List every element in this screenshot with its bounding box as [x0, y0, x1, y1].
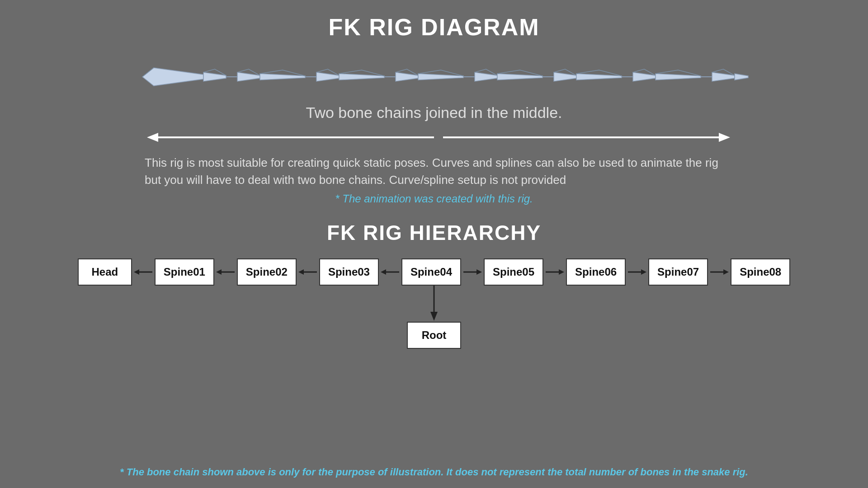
bone-caption: Two bone chains joined in the middle. [0, 104, 868, 122]
arrow-line-svg [118, 128, 750, 146]
svg-marker-47 [298, 269, 304, 275]
hierarchy-diagram: Head Spine01 Spine02 Spine03 Spine04 Spi… [0, 258, 868, 349]
svg-marker-32 [656, 74, 701, 80]
root-connector-svg [389, 286, 479, 322]
bone-chain-diagram [0, 54, 868, 99]
page-title: FK RIG DIAGRAM [0, 0, 868, 41]
svg-marker-39 [147, 133, 158, 142]
footer-note: * The bone chain shown above is only for… [0, 466, 868, 478]
arrow-h-2 [297, 266, 319, 278]
description-block: This rig is most suitable for creating q… [118, 155, 750, 207]
svg-marker-43 [134, 269, 139, 275]
bone-box-spine08: Spine08 [731, 258, 790, 286]
arrow-h-5 [543, 266, 566, 278]
bone-box-spine02: Spine02 [237, 258, 297, 286]
arrow-h-1 [214, 266, 237, 278]
description-text: This rig is most suitable for creating q… [145, 155, 723, 188]
svg-marker-17 [418, 74, 463, 80]
bone-box-spine06: Spine06 [566, 258, 626, 286]
description-italic: * The animation was created with this ri… [145, 191, 723, 207]
bone-box-spine04: Spine04 [401, 258, 461, 286]
arrow-h-6 [626, 266, 648, 278]
svg-marker-41 [719, 133, 730, 142]
svg-marker-37 [735, 74, 748, 80]
arrow-h-4 [461, 266, 484, 278]
svg-marker-49 [381, 269, 386, 275]
svg-marker-12 [339, 74, 384, 80]
bone-box-spine01: Spine01 [155, 258, 214, 286]
root-area: Root [389, 286, 479, 349]
svg-marker-55 [641, 269, 646, 275]
svg-marker-7 [260, 74, 305, 80]
root-box: Root [407, 322, 461, 349]
bone-box-spine03: Spine03 [319, 258, 379, 286]
svg-marker-53 [559, 269, 564, 275]
svg-marker-57 [723, 269, 729, 275]
svg-marker-22 [497, 74, 542, 80]
bone-chain-svg [118, 56, 750, 97]
svg-marker-51 [476, 269, 482, 275]
bone-box-spine05: Spine05 [484, 258, 543, 286]
arrow-h-3 [379, 266, 401, 278]
svg-marker-27 [576, 74, 622, 80]
svg-marker-0 [142, 68, 203, 86]
bone-box-spine07: Spine07 [648, 258, 708, 286]
arrow-line-container [0, 128, 868, 146]
svg-marker-59 [430, 312, 438, 321]
hierarchy-row: Head Spine01 Spine02 Spine03 Spine04 Spi… [78, 258, 790, 286]
svg-marker-45 [216, 269, 222, 275]
hierarchy-title: FK RIG HIERARCHY [0, 221, 868, 245]
arrow-h-0 [132, 266, 155, 278]
bone-box-head: Head [78, 258, 132, 286]
arrow-h-7 [708, 266, 731, 278]
